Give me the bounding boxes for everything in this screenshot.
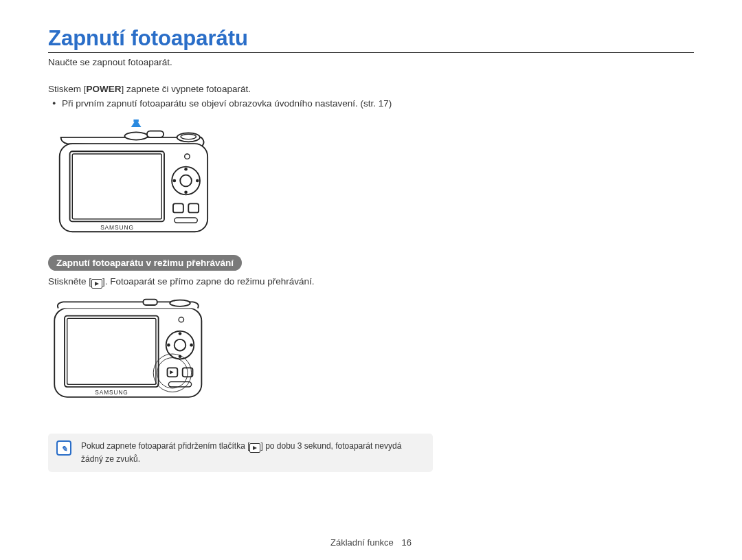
svg-rect-18 [175, 218, 197, 223]
camera-top-svg: SAMSUNG [48, 118, 227, 239]
svg-point-11 [180, 175, 192, 187]
svg-rect-22 [143, 300, 157, 305]
bullet-first-startup: Při prvním zapnutí fotoaparátu se objeví… [62, 98, 694, 111]
svg-point-30 [167, 344, 170, 347]
page-subtitle: Naučte se zapnout fotoaparát. [48, 57, 694, 67]
note-prefix: Pokud zapnete fotoaparát přidržením tlač… [81, 441, 249, 451]
svg-rect-8 [72, 154, 161, 219]
svg-point-2 [124, 133, 147, 140]
svg-point-4 [181, 135, 196, 139]
svg-point-12 [184, 168, 188, 171]
svg-point-21 [170, 300, 190, 306]
power-label: POWER [87, 84, 122, 94]
svg-rect-5 [147, 131, 164, 137]
camera-illustration-playback: SAMSUNG [48, 297, 694, 414]
footer-page-number: 16 [401, 537, 411, 548]
note-icon: ✎ [56, 440, 71, 456]
play-icon [249, 443, 260, 453]
playback-mode-heading: Zapnutí fotoaparátu v režimu přehrávání [48, 255, 242, 271]
svg-point-9 [185, 154, 190, 159]
svg-point-27 [175, 339, 186, 351]
instruction-prefix: Stiskem [ [48, 84, 87, 94]
camera-illustration-top: SAMSUNG [48, 118, 694, 242]
playback-suffix: ]. Fotoaparát se přímo zapne do režimu p… [102, 276, 314, 287]
page-title: Zapnutí fotoaparátu [48, 26, 694, 53]
playback-prefix: Stiskněte [ [48, 276, 91, 287]
svg-point-15 [196, 179, 199, 183]
svg-point-31 [190, 344, 193, 347]
svg-rect-16 [173, 204, 183, 213]
svg-point-25 [179, 317, 183, 322]
svg-point-28 [179, 333, 182, 336]
svg-text:SAMSUNG: SAMSUNG [95, 390, 128, 396]
play-icon [91, 279, 102, 289]
page-footer: Základní funkce 16 [0, 537, 742, 548]
svg-rect-1 [133, 120, 138, 122]
svg-rect-24 [67, 319, 156, 385]
svg-point-14 [173, 179, 177, 183]
svg-point-13 [184, 191, 188, 194]
note-box: ✎ Pokud zapnete fotoaparát přidržením tl… [48, 434, 433, 473]
playback-instruction: Stiskněte []. Fotoaparát se přímo zapne … [48, 275, 694, 291]
svg-rect-17 [188, 204, 199, 213]
camera-playback-svg: SAMSUNG [48, 297, 213, 411]
footer-section: Základní funkce [330, 537, 394, 548]
instruction-suffix: ] zapnete či vypnete fotoaparát. [122, 84, 251, 94]
power-instruction: Stiskem [POWER] zapnete či vypnete fotoa… [48, 82, 694, 96]
svg-text:SAMSUNG: SAMSUNG [100, 224, 134, 231]
